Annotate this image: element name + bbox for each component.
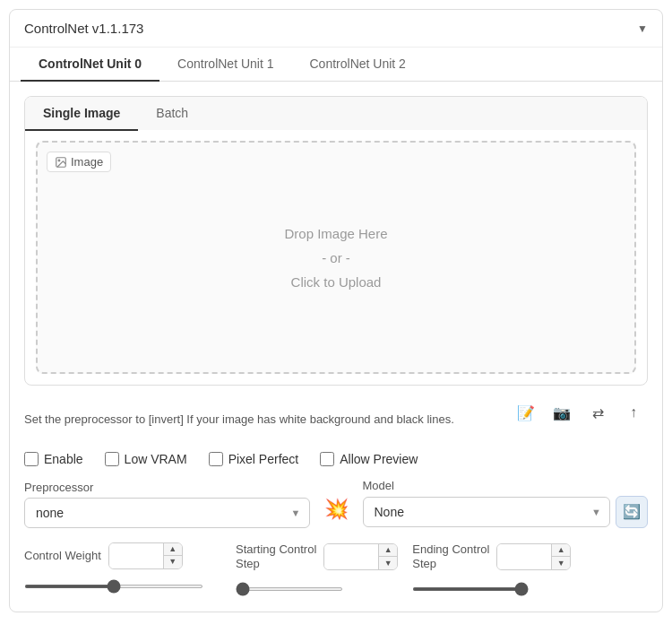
model-select-wrapper: None ▼ bbox=[363, 497, 611, 527]
pixel-perfect-label: Pixel Perfect bbox=[228, 452, 299, 466]
edit-icon: 📝 bbox=[517, 404, 535, 421]
ending-step-group: Ending Control Step 1 ▲ ▼ bbox=[412, 542, 571, 598]
hint-text: Set the preprocessor to [invert] If your… bbox=[24, 411, 512, 429]
explosion-btn-wrapper: 💥 bbox=[321, 494, 352, 528]
ending-step-up[interactable]: ▲ bbox=[552, 544, 570, 557]
content-area: Single Image Batch Image Drop Image Here bbox=[10, 82, 662, 612]
unit-tabs: ControlNet Unit 0 ControlNet Unit 1 Cont… bbox=[10, 48, 662, 82]
control-weight-slider[interactable] bbox=[24, 585, 203, 588]
drop-zone-wrapper: Image Drop Image Here - or - Click to Up… bbox=[25, 130, 647, 385]
ending-step-spin: ▲ ▼ bbox=[551, 544, 570, 569]
controlnet-panel: ControlNet v1.1.173 ▼ ControlNet Unit 0 … bbox=[9, 9, 663, 612]
panel-header: ControlNet v1.1.173 ▼ bbox=[10, 10, 662, 48]
starting-step-input[interactable]: 0 bbox=[324, 544, 378, 569]
enable-label: Enable bbox=[44, 452, 83, 466]
controls-row: Control Weight 1 ▲ ▼ bbox=[24, 542, 648, 598]
starting-step-down[interactable]: ▼ bbox=[379, 557, 397, 569]
preprocessor-label: Preprocessor bbox=[24, 481, 310, 494]
swap-icon: ⇄ bbox=[592, 404, 604, 421]
image-icon bbox=[55, 156, 67, 169]
pixel-perfect-checkbox[interactable] bbox=[209, 452, 223, 466]
control-weight-spin: ▲ ▼ bbox=[163, 543, 182, 568]
preprocessor-model-row: Preprocessor none canny depth openpose s… bbox=[24, 479, 648, 528]
tab-unit-1[interactable]: ControlNet Unit 1 bbox=[159, 48, 291, 82]
model-group: Model None ▼ 🔄 bbox=[363, 479, 649, 528]
control-weight-label: Control Weight bbox=[24, 549, 101, 562]
control-weight-input[interactable]: 1 bbox=[109, 543, 163, 568]
allow-preview-label: Allow Preview bbox=[340, 452, 418, 466]
ending-step-input[interactable]: 1 bbox=[497, 544, 551, 569]
camera-icon: 📷 bbox=[553, 404, 571, 421]
image-tabs-container: Single Image Batch Image Drop Image Here bbox=[24, 96, 648, 386]
checkboxes-row: Enable Low VRAM Pixel Perfect Allow Prev… bbox=[24, 452, 648, 466]
collapse-icon[interactable]: ▼ bbox=[637, 22, 648, 35]
low-vram-label: Low VRAM bbox=[125, 452, 187, 466]
image-tabs: Single Image Batch bbox=[25, 97, 647, 130]
hint-row: Set the preprocessor to [invert] If your… bbox=[24, 398, 648, 439]
starting-step-slider-container bbox=[236, 576, 398, 597]
low-vram-checkbox[interactable] bbox=[105, 452, 119, 466]
preprocessor-group: Preprocessor none canny depth openpose s… bbox=[24, 481, 310, 528]
tab-batch[interactable]: Batch bbox=[138, 97, 206, 131]
starting-step-spin: ▲ ▼ bbox=[378, 544, 397, 569]
control-weight-down[interactable]: ▼ bbox=[164, 556, 182, 568]
control-weight-group: Control Weight 1 ▲ ▼ bbox=[24, 542, 221, 594]
ending-step-slider[interactable] bbox=[412, 587, 529, 591]
swap-icon-btn[interactable]: ⇄ bbox=[583, 398, 612, 427]
refresh-icon: 🔄 bbox=[623, 503, 641, 520]
svg-point-1 bbox=[58, 160, 60, 161]
control-weight-slider-container bbox=[24, 573, 221, 594]
tab-single-image[interactable]: Single Image bbox=[25, 97, 138, 131]
model-row: None ▼ 🔄 bbox=[363, 496, 649, 528]
up-arrow-icon: ↑ bbox=[630, 404, 637, 421]
starting-step-input-row: Starting Control Step 0 ▲ ▼ bbox=[236, 542, 398, 573]
model-select[interactable]: None bbox=[363, 497, 611, 527]
control-weight-up[interactable]: ▲ bbox=[164, 543, 182, 556]
starting-step-up[interactable]: ▲ bbox=[379, 544, 397, 557]
ending-step-down[interactable]: ▼ bbox=[552, 557, 570, 569]
control-weight-input-row: Control Weight 1 ▲ ▼ bbox=[24, 542, 221, 569]
up-icon-btn[interactable]: ↑ bbox=[619, 398, 648, 427]
explosion-btn[interactable]: 💥 bbox=[321, 494, 352, 525]
ending-step-input-row: Ending Control Step 1 ▲ ▼ bbox=[412, 542, 571, 573]
ending-step-label: Ending Control Step bbox=[412, 542, 489, 573]
drop-zone-content: Drop Image Here - or - Click to Upload bbox=[284, 221, 387, 294]
tab-unit-2[interactable]: ControlNet Unit 2 bbox=[292, 48, 424, 82]
starting-step-group: Starting Control Step 0 ▲ ▼ bbox=[236, 542, 398, 598]
control-weight-input-wrapper: 1 ▲ ▼ bbox=[108, 542, 183, 569]
panel-title: ControlNet v1.1.173 bbox=[24, 21, 143, 36]
preprocessor-select-wrapper: none canny depth openpose scribble ▼ bbox=[24, 498, 310, 528]
starting-step-label: Starting Control Step bbox=[236, 542, 316, 573]
ending-step-slider-container bbox=[412, 576, 571, 597]
starting-step-input-wrapper: 0 ▲ ▼ bbox=[323, 543, 398, 570]
drop-text: Drop Image Here - or - Click to Upload bbox=[284, 221, 387, 294]
low-vram-checkbox-label[interactable]: Low VRAM bbox=[105, 452, 187, 466]
allow-preview-checkbox-label[interactable]: Allow Preview bbox=[320, 452, 418, 466]
refresh-btn[interactable]: 🔄 bbox=[616, 496, 648, 528]
allow-preview-checkbox[interactable] bbox=[320, 452, 334, 466]
preprocessor-select[interactable]: none canny depth openpose scribble bbox=[24, 498, 310, 528]
pixel-perfect-checkbox-label[interactable]: Pixel Perfect bbox=[209, 452, 299, 466]
enable-checkbox[interactable] bbox=[24, 452, 39, 466]
drop-zone[interactable]: Image Drop Image Here - or - Click to Up… bbox=[36, 141, 636, 374]
enable-checkbox-label[interactable]: Enable bbox=[24, 452, 83, 466]
action-icons: 📝 📷 ⇄ ↑ bbox=[512, 398, 648, 427]
starting-step-slider[interactable] bbox=[236, 587, 343, 591]
edit-icon-btn[interactable]: 📝 bbox=[512, 398, 540, 427]
model-label: Model bbox=[363, 479, 649, 492]
image-label-badge: Image bbox=[47, 152, 111, 172]
ending-step-input-wrapper: 1 ▲ ▼ bbox=[496, 543, 571, 570]
tab-unit-0[interactable]: ControlNet Unit 0 bbox=[21, 48, 159, 82]
camera-icon-btn[interactable]: 📷 bbox=[547, 398, 576, 427]
